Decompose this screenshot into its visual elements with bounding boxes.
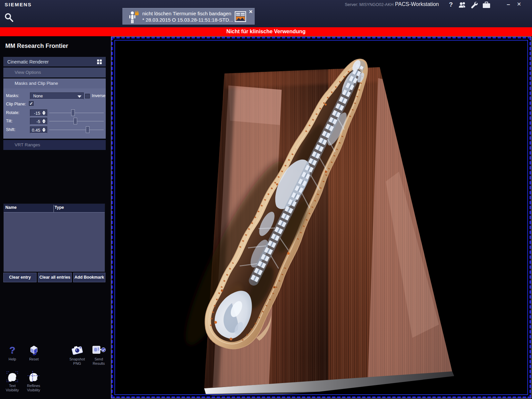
section-masks-clip-plane[interactable]: Masks and Clip Plane — [3, 78, 106, 88]
inverse-label: Inverse — [92, 93, 105, 98]
tool-label: Text Visibility — [3, 384, 22, 392]
text-visibility-tool-button[interactable]: Text Visibility — [3, 371, 22, 392]
question-mark-icon: ? — [9, 344, 15, 356]
help-tool-button[interactable]: ? Help — [3, 344, 22, 361]
send-results-icon — [92, 345, 106, 355]
masks-label: Masks: — [6, 93, 19, 98]
tilt-slider-handle[interactable] — [73, 118, 77, 124]
spin-down-icon[interactable] — [42, 121, 46, 123]
spin-down-icon[interactable] — [42, 130, 46, 132]
rotate-label: Rotate: — [6, 110, 19, 115]
spin-up-icon[interactable] — [42, 128, 46, 130]
masks-dropdown-value: None — [33, 94, 43, 98]
spin-up-icon[interactable] — [42, 111, 46, 113]
panel-title: MM Research Frontier — [5, 43, 68, 50]
column-header-name[interactable]: Name — [5, 205, 17, 210]
task-panel: MM Research Frontier Cinematic Renderer … — [0, 36, 111, 399]
section-vrt-ranges[interactable]: VRT Ranges — [3, 140, 106, 150]
section-label: Cinematic Renderer — [7, 59, 49, 65]
rotate-slider[interactable] — [49, 113, 104, 113]
patient-banner-close-icon[interactable]: ✕ — [249, 9, 253, 14]
section-cinematic-renderer[interactable]: Cinematic Renderer — [3, 57, 106, 66]
masks-clip-controls: Masks: None Inverse Clip Plane: ✓ Rotate… — [3, 88, 106, 139]
table-body-empty[interactable] — [4, 212, 105, 272]
result-thumbnail-icon[interactable] — [235, 11, 246, 22]
layout-grid-icon[interactable] — [97, 60, 102, 64]
users-icon[interactable] — [458, 1, 467, 9]
add-bookmark-button[interactable]: Add Bookmark — [73, 273, 105, 282]
shift-spinner[interactable]: 0.45 — [30, 126, 47, 133]
reset-cube-icon — [28, 344, 40, 356]
head-text-icon — [6, 370, 19, 383]
minimize-button[interactable]: – — [504, 1, 513, 9]
clip-plane-checkbox[interactable]: ✓ — [29, 101, 34, 106]
title-bar: SIEMENS nicht löschen Tiermumie fisch ba… — [0, 0, 532, 27]
siemens-logo: SIEMENS — [5, 2, 32, 7]
masks-dropdown[interactable]: None — [30, 92, 84, 99]
inverse-checkbox[interactable] — [85, 94, 90, 98]
reflines-visibility-tool-button[interactable]: Reflines Visibility — [23, 371, 45, 392]
camera-icon — [70, 345, 84, 355]
close-button[interactable]: ✕ — [515, 1, 523, 9]
briefcase-icon[interactable] — [482, 1, 491, 9]
shift-slider-handle[interactable] — [86, 126, 89, 133]
shift-value: 0.45 — [32, 128, 40, 133]
tilt-spinner[interactable]: -5 — [30, 118, 47, 125]
patient-study-info: * 28.03.2015 O 15.03.28-11:51:18-STD... — [142, 17, 233, 23]
image-viewport — [111, 37, 531, 398]
tilt-value: -5 — [36, 119, 40, 124]
rotate-value: -15 — [34, 111, 40, 116]
tool-label: Reflines Visibility — [23, 384, 45, 392]
tilt-slider[interactable] — [49, 121, 104, 121]
table-header: Name Type — [4, 204, 105, 212]
send-results-tool-button[interactable]: Send Results — [88, 344, 109, 366]
volume-render-canvas[interactable] — [113, 39, 529, 396]
rotate-spinner[interactable]: -15 — [30, 109, 47, 116]
search-icon[interactable] — [4, 13, 14, 23]
wrench-icon[interactable] — [470, 1, 479, 9]
column-header-type[interactable]: Type — [55, 205, 64, 210]
clear-entry-button[interactable]: Clear entry — [3, 273, 37, 282]
shift-slider[interactable] — [49, 130, 104, 130]
head-reflines-icon — [27, 370, 40, 383]
section-view-options[interactable]: View Options — [3, 67, 106, 77]
rotate-slider-handle[interactable] — [71, 109, 75, 116]
bookmark-table: Name Type — [3, 203, 105, 272]
tool-label: Help — [3, 357, 22, 361]
clear-all-entries-button[interactable]: Clear all entries — [38, 273, 72, 282]
app-title: PACS-Workstation — [395, 1, 439, 7]
patient-name: nicht löschen Tiermumie fisch bandagen — [142, 10, 231, 17]
patient-icon — [128, 11, 141, 24]
help-icon[interactable]: ? — [447, 1, 455, 9]
tool-label: Send Results — [88, 357, 109, 366]
tool-label: Reset — [24, 357, 44, 361]
chevron-down-icon — [77, 95, 81, 98]
patient-banner[interactable]: nicht löschen Tiermumie fisch bandagen *… — [122, 8, 255, 25]
tool-label: Snapshot PNG — [66, 357, 88, 366]
snapshot-png-tool-button[interactable]: Snapshot PNG — [66, 344, 88, 366]
server-label: Server: MISYNGO02-AKH — [345, 2, 394, 7]
clip-plane-label: Clip Plane: — [6, 102, 26, 106]
spin-up-icon[interactable] — [42, 119, 46, 121]
clinical-warning-banner: Nicht für klinische Verwendung — [0, 27, 532, 36]
column-divider[interactable] — [54, 205, 54, 212]
reset-tool-button[interactable]: Reset — [24, 344, 44, 361]
lock-icon — [135, 11, 139, 15]
tilt-label: Tilt: — [6, 119, 13, 123]
spin-down-icon[interactable] — [42, 113, 46, 115]
shift-label: Shift: — [6, 127, 16, 132]
